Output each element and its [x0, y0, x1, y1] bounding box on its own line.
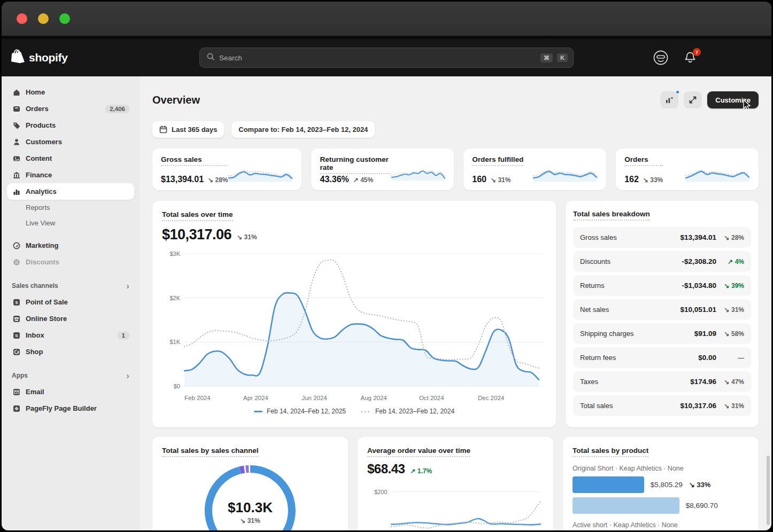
cmd-key-badge: ⌘	[540, 53, 553, 62]
svg-text:$0: $0	[174, 383, 180, 389]
sidebar-item-products[interactable]: Products	[7, 117, 134, 134]
sidebar-item-discounts[interactable]: Discounts	[7, 254, 134, 270]
kpi-card-returning-customer-rate[interactable]: Returning customer rate 43.36% ↗ 45%	[311, 148, 454, 190]
sidebar-item-label: Content	[26, 154, 129, 162]
insights-button[interactable]	[660, 91, 678, 108]
sidebar-item-inbox[interactable]: S Inbox 1	[7, 327, 134, 343]
row-delta: ↘ 47%	[716, 378, 744, 386]
kpi-title-link[interactable]: Returning customer rate	[320, 155, 390, 174]
svg-text:Jun 2024: Jun 2024	[302, 395, 327, 401]
sparkline-chart	[391, 164, 446, 184]
row-value: -$1,034.80	[682, 281, 716, 290]
fullscreen-window-button[interactable]	[59, 13, 70, 24]
row-label: Gross sales	[580, 233, 680, 241]
sidebar-item-orders[interactable]: Orders 2,406	[7, 100, 134, 117]
total-sales-line-chart[interactable]: $0$1K$2K$3KFeb 2024Apr 2024Jun 2024Aug 2…	[162, 246, 546, 404]
chart-title-link[interactable]: Total sales over time	[162, 210, 233, 221]
kpi-card-orders-fulfilled[interactable]: Orders fulfilled 160 ↘ 31%	[463, 148, 606, 190]
svg-text:$3K: $3K	[169, 251, 180, 257]
breakdown-row-return-fees[interactable]: Return fees $0.00 —	[573, 347, 751, 368]
sidebar-item-label: Analytics	[26, 187, 129, 195]
chevron-right-icon: ›	[126, 371, 129, 380]
breakdown-row-discounts[interactable]: Discounts -$2,308.20 ↗ 4%	[573, 251, 751, 272]
product-bar-previous[interactable]	[573, 497, 679, 514]
row-value: $10,317.06	[680, 402, 716, 410]
row-label: Taxes	[580, 378, 690, 386]
breakdown-row-shipping-charges[interactable]: Shipping charges $91.09 ↘ 58%	[573, 323, 751, 344]
product-title-link[interactable]: Total sales by product	[573, 447, 648, 457]
expand-button[interactable]	[684, 91, 702, 108]
product-item-label: Original Short · Keap Athletics · None	[573, 465, 749, 472]
main-content: Overview Customize L	[140, 76, 771, 530]
row-value: $13,394.01	[680, 233, 716, 241]
sidebar-item-point-of-sale[interactable]: $ Point of Sale	[7, 294, 134, 310]
svg-text:Aug 2024: Aug 2024	[361, 395, 388, 401]
account-avatar[interactable]	[653, 50, 669, 66]
shop-icon	[12, 347, 21, 356]
sidebar-item-label: Shop	[26, 348, 129, 356]
sidebar-item-home[interactable]: Home	[7, 84, 134, 100]
kpi-card-gross-sales[interactable]: Gross sales $13,394.01 ↘ 28%	[152, 148, 302, 190]
breakdown-row-total-sales[interactable]: Total sales $10,317.06 ↘ 31%	[573, 395, 751, 416]
sidebar-item-customers[interactable]: Customers	[7, 134, 134, 150]
section-header-label: Apps	[12, 372, 28, 379]
sidebar-item-label: Orders	[26, 105, 101, 113]
scrollbar[interactable]	[767, 456, 770, 525]
sidebar-item-live-view[interactable]: Live View	[7, 215, 134, 231]
sidebar-item-reports[interactable]: Reports	[7, 200, 134, 215]
pagefly-icon	[12, 404, 21, 413]
sidebar-item-content[interactable]: Content	[7, 150, 134, 167]
kpi-value: $13,394.01	[161, 175, 204, 184]
close-window-button[interactable]	[17, 13, 27, 24]
aov-title-link[interactable]: Average order value over time	[367, 447, 470, 457]
bar-delta: ↘ 33%	[689, 481, 711, 489]
sidebar-item-label: Inbox	[26, 331, 113, 339]
breakdown-row-returns[interactable]: Returns -$1,034.80 ↘ 39%	[573, 275, 751, 296]
breakdown-row-net-sales[interactable]: Net sales $10,051.01 ↘ 31%	[573, 299, 751, 320]
svg-text:$1K: $1K	[169, 339, 180, 345]
compare-date-picker[interactable]: Compare to: Feb 14, 2023–Feb 12, 2024	[231, 121, 375, 138]
kpi-title-link[interactable]: Orders	[624, 155, 663, 166]
donut-center-value: $10.3K	[228, 499, 273, 516]
bar-value: $5,805.29	[651, 481, 683, 489]
sidebar-item-email[interactable]: Email	[7, 384, 134, 400]
row-value: $0.00	[698, 354, 716, 362]
sidebar-item-label: Online Store	[26, 315, 129, 323]
total-sales-by-channel-card: Total sales by sales channel $10.3K ↘ 31…	[152, 437, 348, 530]
page-title: Overview	[152, 94, 200, 106]
average-order-value-card: Average order value over time $68.43 ↗ 1…	[358, 437, 553, 530]
kpi-card-orders[interactable]: Orders 162 ↘ 33%	[616, 148, 759, 190]
minimize-window-button[interactable]	[38, 13, 49, 24]
row-value: -$2,308.20	[682, 257, 716, 265]
channel-title-link[interactable]: Total sales by sales channel	[162, 447, 259, 457]
sidebar-section-sales-channels[interactable]: Sales channels ›	[7, 278, 134, 294]
sidebar-item-online-store[interactable]: Online Store	[7, 310, 134, 327]
search-input[interactable]: Search ⌘ K	[199, 48, 574, 68]
aov-line-chart[interactable]: $200	[367, 484, 544, 530]
sidebar-item-finance[interactable]: Finance	[7, 167, 134, 183]
analytics-icon	[12, 187, 21, 196]
search-icon	[206, 52, 215, 63]
k-key-badge: K	[557, 53, 568, 62]
sidebar-section-apps[interactable]: Apps ›	[7, 367, 134, 384]
breakdown-row-taxes[interactable]: Taxes $174.96 ↘ 47%	[573, 371, 751, 392]
sidebar-item-pagefly[interactable]: PageFly Page Builder	[7, 400, 134, 417]
shopify-logo[interactable]: shopify	[11, 49, 68, 66]
sidebar-item-marketing[interactable]: Marketing	[7, 237, 134, 254]
sidebar-item-shop[interactable]: Shop	[7, 343, 134, 360]
search-placeholder: Search	[219, 54, 536, 62]
svg-text:$: $	[15, 300, 18, 305]
svg-text:$200: $200	[374, 489, 387, 495]
sidebar-item-analytics[interactable]: Analytics	[7, 183, 134, 200]
kpi-title-link[interactable]: Gross sales	[161, 155, 228, 166]
sidebar-item-label: Reports	[26, 204, 129, 212]
kpi-title-link[interactable]: Orders fulfilled	[472, 155, 523, 166]
breakdown-title-link[interactable]: Total sales breakdown	[573, 210, 650, 221]
date-range-picker[interactable]: Last 365 days	[152, 121, 224, 138]
breakdown-row-gross-sales[interactable]: Gross sales $13,394.01 ↘ 28%	[573, 227, 751, 248]
product-bar-current[interactable]	[573, 476, 644, 493]
notifications-button[interactable]: 7	[684, 51, 698, 65]
row-delta: ↘ 58%	[716, 330, 744, 338]
notification-count-badge: 7	[693, 48, 701, 56]
shopify-logo-text: shopify	[29, 51, 68, 64]
